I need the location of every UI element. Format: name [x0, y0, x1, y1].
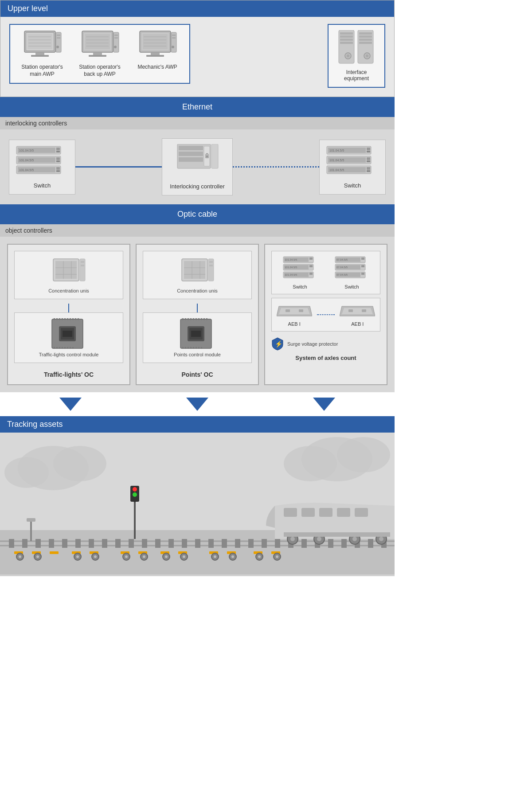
- upper-level-section: Upper level: [0, 0, 395, 97]
- server-tower-icon: [336, 30, 376, 66]
- concentration-tl-label: Concentration unis: [48, 288, 89, 293]
- concentration-pt-label: Concentration unis: [177, 288, 218, 293]
- svg-point-253: [94, 555, 97, 558]
- svg-rect-232: [27, 518, 35, 522]
- switch-rack-icon-1: 101.04.5/5 101.04.5/5 101.04.5/5: [16, 145, 69, 179]
- tracking-section: Tracking assets: [0, 416, 395, 576]
- svg-rect-185: [362, 309, 366, 312]
- arrow-axles: [313, 398, 335, 411]
- svg-rect-180: [286, 309, 290, 312]
- svg-rect-134: [185, 318, 186, 320]
- aeb-item-1: AEB I: [277, 303, 312, 327]
- svg-rect-150: [201, 347, 202, 349]
- points-module-label: Points control module: [174, 352, 221, 357]
- tracking-header: Tracking assets: [0, 416, 395, 433]
- svg-rect-208: [155, 539, 160, 548]
- svg-text:07.04.5/5: 07.04.5/5: [336, 258, 348, 261]
- svg-text:101.04.5/5: 101.04.5/5: [329, 149, 344, 152]
- svg-rect-119: [72, 347, 74, 349]
- svg-text:101.04.5/5: 101.04.5/5: [19, 159, 34, 162]
- svg-rect-272: [319, 508, 332, 517]
- svg-rect-156: [309, 258, 313, 260]
- svg-rect-71: [179, 152, 203, 156]
- svg-rect-93: [55, 261, 77, 279]
- svg-point-46: [347, 55, 349, 57]
- svg-rect-110: [75, 318, 76, 320]
- svg-rect-12: [57, 37, 60, 39]
- svg-rect-215: [248, 539, 254, 548]
- interface-equipment-group: Interface equipment: [328, 24, 385, 88]
- traffic-module-icon: [51, 318, 86, 349]
- switch-rack-small-2: 07.04.5/5 07.04.5/5 07.04.5/5: [334, 256, 370, 282]
- svg-rect-72: [179, 157, 203, 162]
- svg-text:101.04.5/5: 101.04.5/5: [329, 168, 344, 172]
- svg-rect-90: [367, 170, 370, 172]
- interlocking-controller-icon: [175, 144, 219, 180]
- aeb-dotted-connector: [317, 314, 335, 315]
- svg-rect-43: [340, 39, 353, 41]
- svg-rect-184: [348, 309, 353, 312]
- svg-rect-176: [361, 273, 364, 275]
- svg-rect-35: [146, 55, 164, 57]
- svg-rect-274: [355, 508, 368, 517]
- svg-rect-114: [59, 347, 60, 349]
- svg-rect-168: [361, 258, 364, 260]
- svg-point-280: [352, 537, 357, 541]
- points-oc: Concentration unis: [136, 244, 259, 385]
- svg-rect-136: [190, 318, 192, 320]
- svg-rect-42: [340, 35, 353, 38]
- svg-point-255: [125, 555, 128, 558]
- switch-item-1: 101.04.5/5 101.04.5/5 101.04.5/5 Switch: [282, 256, 318, 289]
- awp-main-label: Station operator's main AWP: [16, 64, 69, 78]
- object-controllers-section: object controllers Concentrat: [0, 224, 395, 392]
- points-module-box: Points control module: [143, 312, 252, 363]
- svg-rect-148: [196, 347, 197, 349]
- svg-rect-207: [142, 539, 147, 548]
- svg-point-229: [133, 492, 137, 497]
- svg-rect-283: [284, 532, 390, 537]
- switch-box-1: 101.04.5/5 101.04.5/5 101.04.5/5 Switch: [9, 140, 75, 195]
- svg-rect-210: [182, 539, 187, 548]
- svg-rect-197: [9, 539, 14, 548]
- svg-rect-115: [62, 347, 63, 349]
- svg-rect-181: [299, 309, 303, 312]
- svg-rect-62: [56, 160, 60, 162]
- svg-point-190: [4, 457, 49, 488]
- svg-rect-21: [93, 52, 102, 55]
- svg-point-193: [284, 446, 337, 481]
- svg-rect-103: [56, 318, 58, 320]
- svg-rect-144: [185, 347, 186, 349]
- svg-rect-138: [196, 318, 197, 320]
- svg-point-276: [290, 537, 295, 541]
- svg-point-257: [143, 555, 145, 558]
- svg-rect-221: [328, 539, 333, 548]
- svg-point-282: [379, 537, 383, 541]
- svg-rect-111: [78, 318, 79, 320]
- svg-rect-209: [168, 539, 174, 548]
- awp-group: Station operator's main AWP: [9, 24, 190, 84]
- interlocking-header: interlocking controllers: [0, 117, 395, 129]
- tracking-illustration: [0, 433, 395, 576]
- aeb-item-2: AEB I: [340, 303, 375, 327]
- switch-2-label: Switch: [344, 182, 361, 189]
- aeb-2-label: AEB I: [351, 321, 364, 327]
- connector-line-2: [233, 166, 319, 168]
- svg-text:101.04.5/5: 101.04.5/5: [285, 266, 297, 269]
- svg-rect-122: [63, 331, 72, 337]
- svg-rect-273: [337, 508, 350, 517]
- svg-rect-22: [89, 55, 106, 57]
- arrow-traffic-lights: [59, 398, 82, 411]
- svg-rect-137: [193, 318, 194, 320]
- points-module-icon: [180, 318, 215, 349]
- svg-text:101.04.5/5: 101.04.5/5: [19, 168, 34, 172]
- svg-point-192: [337, 437, 390, 472]
- svg-point-230: [133, 498, 137, 502]
- svg-rect-50: [359, 39, 372, 41]
- svg-point-75: [207, 156, 208, 157]
- svg-rect-34: [151, 52, 160, 55]
- svg-rect-118: [70, 347, 71, 349]
- svg-marker-179: [279, 308, 310, 314]
- svg-rect-270: [284, 508, 297, 517]
- svg-rect-108: [70, 318, 71, 320]
- svg-point-247: [19, 555, 21, 558]
